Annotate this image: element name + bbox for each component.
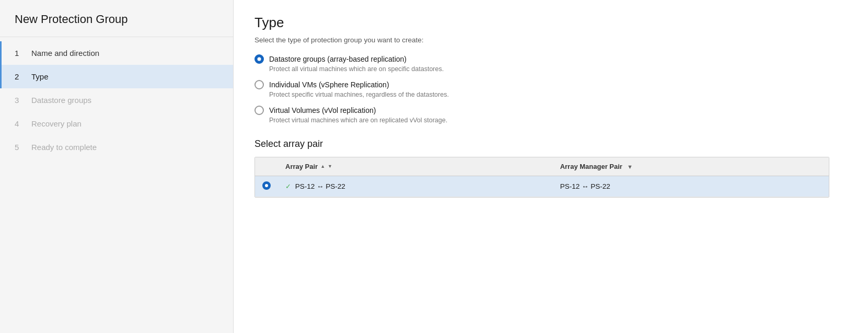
step-5-label: Ready to complete <box>31 143 97 152</box>
radio-option-datastore: Datastore groups (array-based replicatio… <box>254 54 847 73</box>
array-pair-value: PS-12 ↔ PS-22 <box>295 182 345 190</box>
main-content: Type Select the type of protection group… <box>234 0 868 333</box>
col-array-manager-header[interactable]: Array Manager Pair ▼ <box>553 157 829 176</box>
radio-option-datastore-label[interactable]: Datastore groups (array-based replicatio… <box>254 54 847 64</box>
check-icon: ✓ <box>285 182 291 190</box>
step-2-num: 2 <box>15 72 24 81</box>
col-array-pair-header[interactable]: Array Pair ▲ ▼ <box>278 157 553 176</box>
row-radio-cell[interactable] <box>255 176 278 197</box>
col-select <box>255 157 278 176</box>
step-3-label: Datastore groups <box>31 96 91 105</box>
radio-option-vms-label[interactable]: Individual VMs (vSphere Replication) <box>254 80 847 89</box>
page-subtitle: Select the type of protection group you … <box>254 36 847 44</box>
array-manager-pair-cell: PS-12 ↔ PS-22 <box>553 176 829 197</box>
step-2-label: Type <box>31 72 49 81</box>
sort-up-icon[interactable]: ▲ <box>320 164 325 169</box>
steps-list: 1 Name and direction 2 Type 3 Datastore … <box>0 41 233 159</box>
table-row[interactable]: ✓ PS-12 ↔ PS-22 PS-12 ↔ PS-22 <box>255 176 829 197</box>
radio-option-vms: Individual VMs (vSphere Replication) Pro… <box>254 80 847 98</box>
radio-individual-vms-desc: Protect specific virtual machines, regar… <box>269 91 847 98</box>
radio-individual-vms-label: Individual VMs (vSphere Replication) <box>269 81 389 89</box>
sidebar-title: New Protection Group <box>0 0 233 37</box>
sidebar-step-1[interactable]: 1 Name and direction <box>0 41 233 65</box>
step-1-label: Name and direction <box>31 49 99 58</box>
radio-datastore-groups[interactable] <box>254 54 264 64</box>
radio-individual-vms[interactable] <box>254 80 264 89</box>
step-1-num: 1 <box>15 49 24 58</box>
radio-option-vvol: Virtual Volumes (vVol replication) Prote… <box>254 106 847 124</box>
array-pair-table-wrapper: Array Pair ▲ ▼ Array Manager Pair ▼ <box>254 157 829 198</box>
filter-icon[interactable]: ▼ <box>627 164 633 170</box>
step-5-num: 5 <box>15 143 24 152</box>
page-title: Type <box>254 15 847 31</box>
type-radio-group: Datastore groups (array-based replicatio… <box>254 54 847 124</box>
step-4-label: Recovery plan <box>31 119 82 128</box>
array-pair-cell: ✓ PS-12 ↔ PS-22 <box>278 176 553 197</box>
radio-virtual-volumes-label: Virtual Volumes (vVol replication) <box>269 106 376 114</box>
radio-datastore-groups-label: Datastore groups (array-based replicatio… <box>269 55 407 63</box>
sort-down-icon[interactable]: ▼ <box>328 164 332 169</box>
step-3-num: 3 <box>15 96 24 105</box>
radio-virtual-volumes[interactable] <box>254 106 264 115</box>
array-pair-table: Array Pair ▲ ▼ Array Manager Pair ▼ <box>255 157 829 197</box>
sidebar-step-5[interactable]: 5 Ready to complete <box>0 135 233 159</box>
sidebar-step-3[interactable]: 3 Datastore groups <box>0 88 233 112</box>
radio-virtual-volumes-desc: Protect virtual machines which are on re… <box>269 117 847 124</box>
array-pair-section-title: Select array pair <box>254 139 847 150</box>
sidebar-step-4[interactable]: 4 Recovery plan <box>0 112 233 135</box>
radio-datastore-groups-desc: Protect all virtual machines which are o… <box>269 65 847 73</box>
sidebar-step-2[interactable]: 2 Type <box>0 65 233 88</box>
row-select-radio[interactable] <box>262 181 271 190</box>
step-4-num: 4 <box>15 119 24 128</box>
radio-option-vvol-label[interactable]: Virtual Volumes (vVol replication) <box>254 106 847 115</box>
sidebar: New Protection Group 1 Name and directio… <box>0 0 234 333</box>
table-header-row: Array Pair ▲ ▼ Array Manager Pair ▼ <box>255 157 829 176</box>
